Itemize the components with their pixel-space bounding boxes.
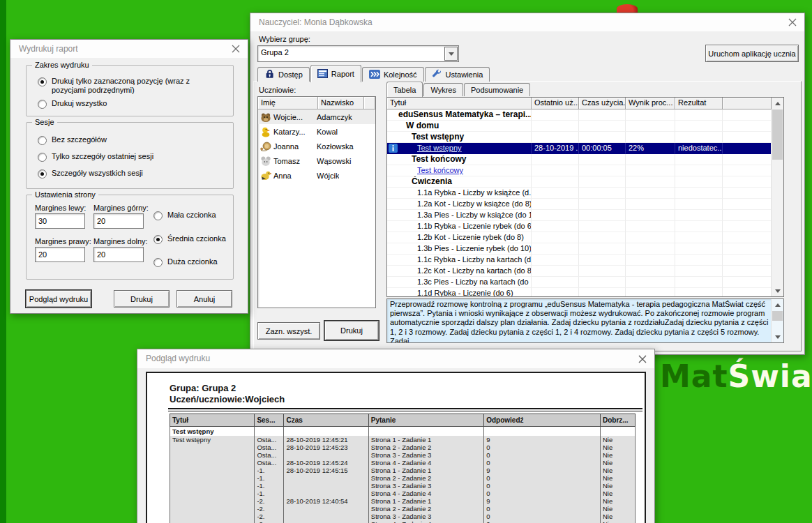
report-row[interactable]: 1.1a Rybka - Liczby w książce (d... [387, 188, 772, 199]
report-cell [579, 199, 626, 210]
radio-large-font[interactable]: Duża czcionka [153, 257, 218, 267]
students-list-body: Wojcie...AdamczykKatarzy...KowalJoannaKo… [258, 109, 375, 183]
radio-icon[interactable] [38, 153, 47, 162]
scrollbar-thumb[interactable] [772, 311, 783, 321]
report-item-link[interactable]: Test końcowy [417, 166, 463, 174]
report-cell-stub [723, 132, 772, 143]
tab-wykres[interactable]: Wykres [423, 83, 463, 96]
preview-cell: Osta... [255, 451, 284, 459]
margin-right-input[interactable] [35, 247, 85, 262]
report-row[interactable]: 1.1c Rybka - Liczby na kartach (d... [387, 255, 772, 266]
report-row-link[interactable]: Test końcowy [387, 165, 772, 176]
report-item-title: 1.3b Pies - Liczenie rybek (do 10) [417, 244, 532, 252]
student-row[interactable]: AnnaWójcik [258, 168, 375, 183]
report-row[interactable]: 1.3b Pies - Liczenie rybek (do 10) [387, 243, 772, 255]
scrollbar-thumb[interactable] [772, 109, 783, 160]
margin-bottom-input[interactable] [93, 247, 144, 262]
teacher-window-close-icon[interactable] [788, 17, 797, 27]
print-dialog-titlebar[interactable]: Wydrukuj raport [10, 40, 248, 59]
student-row[interactable]: Katarzy...Kowal [258, 124, 375, 139]
report-cell-stub [723, 288, 772, 296]
radio-small-font[interactable]: Mała czcionka [153, 211, 216, 220]
radio-icon[interactable] [38, 100, 47, 109]
report-item-link[interactable]: Test wstępny [417, 144, 462, 152]
report-table-scrollbar[interactable] [771, 98, 783, 296]
column-header-imie[interactable]: Imię [258, 97, 318, 109]
report-row[interactable]: 1.1d Rybka - Liczenie (do 6) [387, 288, 772, 296]
run-student-app-button[interactable]: Uruchom aplikację ucznia [705, 45, 799, 62]
report-cell [532, 221, 579, 232]
report-row[interactable]: 1.2a Kot - Liczby w książce (do 8) [387, 199, 772, 210]
radio-icon[interactable] [153, 235, 163, 244]
student-row[interactable]: TomaszWąsowski [258, 153, 375, 168]
report-row[interactable]: eduSensus Matematyka – terapi... [387, 109, 772, 121]
cancel-button[interactable]: Anuluj [176, 290, 232, 308]
report-column-header[interactable]: Ostatnio uż... [532, 98, 579, 109]
report-column-header[interactable]: Czas użycia. [579, 98, 626, 109]
report-cell [675, 255, 723, 266]
report-row[interactable]: Test wstępny [387, 132, 772, 143]
description-scrollbar[interactable] [771, 299, 783, 342]
radio-icon[interactable] [38, 169, 47, 179]
preview-column-header: Dobrz... [600, 414, 635, 427]
combobox-dropdown-button[interactable] [444, 47, 458, 61]
print-dialog-close-icon[interactable] [231, 44, 241, 54]
margin-left-input[interactable] [35, 213, 85, 229]
scroll-up-button[interactable] [772, 299, 783, 310]
preview-cell: Test wstępny [170, 436, 255, 444]
report-column-header[interactable]: Rezultat [675, 98, 723, 109]
report-row[interactable]: 1.2b Kot - Liczenie rybek (do 8) [387, 232, 772, 243]
report-row-link[interactable]: Test wstępny28-10-2019 ...00:00:0522%nie… [387, 143, 772, 154]
report-column-header[interactable]: Tytuł [387, 98, 532, 109]
tab-kolejność[interactable]: Kolejność [362, 67, 424, 82]
select-all-button[interactable]: Zazn. wszyst. [257, 322, 320, 340]
tab-raport[interactable]: Raport [310, 65, 361, 82]
report-row[interactable]: 1.2c Kot - Liczby na kartach (do 8) [387, 266, 772, 277]
description-box: Przeprowadź rozmowę kontrolną z programu… [386, 298, 784, 343]
teacher-window: Nauczyciel: Monia Dąbkowska Wybierz grup… [250, 13, 805, 355]
radio-no-details[interactable]: Bez szczegółów [38, 135, 107, 145]
students-list-header: Imię Nazwisko [258, 97, 375, 109]
preview-cell: Nie [600, 497, 635, 505]
tab-dostęp[interactable]: Dostęp [257, 67, 310, 82]
preview-cell: -2. [255, 520, 284, 523]
group-combobox[interactable]: Grupa 2 [257, 45, 459, 62]
print-button[interactable]: Drukuj [324, 321, 379, 340]
report-row[interactable]: W domu [387, 121, 772, 132]
teacher-window-titlebar[interactable]: Nauczyciel: Monia Dąbkowska [250, 13, 804, 32]
report-cell [532, 266, 579, 277]
radio-icon[interactable] [153, 211, 163, 220]
student-row[interactable]: JoannaKozłowska [258, 139, 375, 153]
report-row[interactable]: Ćwiczenia [387, 176, 772, 188]
report-row[interactable]: 1.1b Rybka - Liczenie rybek (do 6) [387, 221, 772, 232]
report-row[interactable]: 1.3c Pies - Liczby na kartach (do ... [387, 277, 772, 288]
preview-button[interactable]: Podgląd wydruku [26, 290, 91, 308]
preview-table-row: -1.Strona 4 - Zadanie 40Nie [170, 490, 636, 497]
scroll-up-button[interactable] [772, 98, 783, 109]
column-header-nazwisko[interactable]: Nazwisko [318, 97, 364, 109]
report-row[interactable]: Test końcowy [387, 154, 772, 165]
preview-dialog-titlebar[interactable]: Podgląd wydruku [137, 349, 654, 369]
radio-last-session-details[interactable]: Tylko szczegóły ostatniej sesji [38, 152, 153, 162]
report-column-header[interactable]: Wynik proc... [626, 98, 675, 109]
report-cell [675, 210, 723, 221]
radio-medium-font[interactable]: Średnia czcionka [153, 234, 226, 244]
radio-icon[interactable] [38, 77, 47, 86]
scroll-down-button[interactable] [772, 285, 783, 296]
radio-print-selected[interactable]: Drukuj tylko zaznaczoną pozycję (wraz z … [38, 77, 220, 95]
report-cell [532, 288, 579, 296]
radio-all-sessions-details[interactable]: Szczegóły wszystkich sesji [38, 169, 143, 179]
preview-dialog-close-icon[interactable] [638, 354, 647, 364]
tab-podsumowanie[interactable]: Podsumowanie [464, 83, 530, 96]
student-row[interactable]: Wojcie...Adamczyk [258, 109, 375, 124]
dialog-print-button[interactable]: Drukuj [114, 290, 170, 308]
radio-icon[interactable] [153, 258, 163, 267]
tab-tabela[interactable]: Tabela [386, 82, 423, 97]
margin-top-input[interactable] [93, 213, 144, 229]
radio-print-all[interactable]: Drukuj wszystko [38, 99, 107, 109]
report-cell-stub [723, 210, 772, 221]
tab-ustawienia[interactable]: Ustawienia [425, 67, 490, 82]
radio-icon[interactable] [38, 136, 47, 145]
report-row[interactable]: 1.3a Pies - Liczby w książce (do 10) [387, 210, 772, 221]
scroll-down-button[interactable] [772, 331, 783, 342]
